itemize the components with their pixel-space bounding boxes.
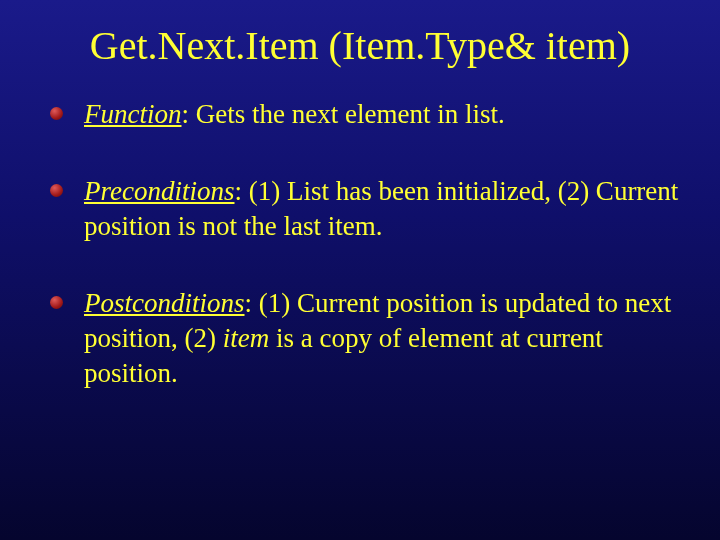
- bullet-label: Postconditions: [84, 288, 245, 318]
- bullet-icon: [50, 107, 63, 120]
- bullet-icon: [50, 184, 63, 197]
- bullet-label: Function: [84, 99, 181, 129]
- bullet-italic-word: item: [223, 323, 270, 353]
- bullet-item-function: Function: Gets the next element in list.: [50, 97, 680, 132]
- bullet-item-preconditions: Preconditions: (1) List has been initial…: [50, 174, 680, 244]
- slide-title: Get.Next.Item (Item.Type& item): [40, 22, 680, 69]
- slide: Get.Next.Item (Item.Type& item) Function…: [0, 0, 720, 540]
- bullet-list: Function: Gets the next element in list.…: [40, 97, 680, 392]
- bullet-label: Preconditions: [84, 176, 234, 206]
- bullet-text: : Gets the next element in list.: [181, 99, 504, 129]
- bullet-item-postconditions: Postconditions: (1) Current position is …: [50, 286, 680, 391]
- bullet-icon: [50, 296, 63, 309]
